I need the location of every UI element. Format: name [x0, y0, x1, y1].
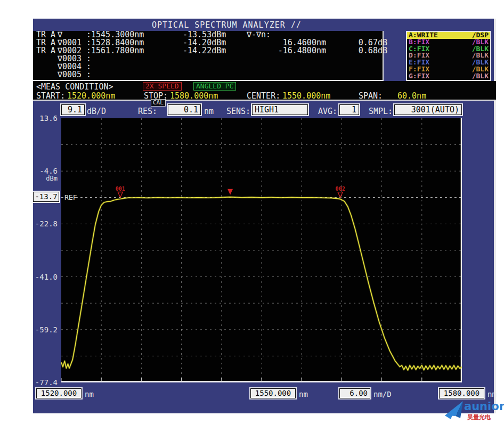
x-start-unit: nm — [85, 390, 94, 398]
active-marker-icon — [227, 189, 233, 195]
smpl-label: SMPL: — [369, 107, 393, 116]
res-label: RES: — [138, 107, 157, 116]
watermark-subtext: 昊量光电 — [467, 413, 491, 421]
y-tick-label: -22.8 — [35, 219, 58, 228]
trace-display-state: /BLK — [472, 73, 489, 80]
cal-badge: CAL — [151, 99, 166, 107]
title-bar: OPTICAL SPECTRUM ANALYZER // — [33, 19, 494, 31]
svg-text:001: 001 — [116, 186, 125, 192]
y-tick-label: 13.6 — [39, 114, 58, 123]
ref-line-label: REF — [64, 193, 77, 201]
resolution-field[interactable]: 0.1 — [168, 104, 201, 115]
svg-text:002: 002 — [336, 186, 345, 192]
speed-badge: 2X SPEED — [143, 82, 182, 91]
trace-mode-label: G:FIX — [409, 73, 429, 80]
marker-wavelength: :1561.7800nm — [86, 47, 144, 55]
marker-id: ∇0005 — [58, 71, 82, 79]
aunion-logo-icon — [444, 398, 464, 421]
level-scale-unit: dB/D — [87, 107, 106, 116]
line-marker-icon — [118, 192, 123, 198]
start-value[interactable]: 1520.000nm — [67, 91, 115, 101]
meas-condition-header: <MEAS CONDITION> — [36, 82, 113, 92]
angled-pc-badge: ANGLED PC — [193, 82, 236, 91]
y-axis-labels: 13.6-4.6dBm-22.8-41.0-59.2-77.4 — [33, 118, 59, 382]
marker-wavelength: : — [86, 71, 91, 79]
x-scale-row: 1520.000 nm 1550.000 nm 6.00 nm/D 1580.0… — [33, 388, 496, 399]
settings-row: 9.1 dB/D CAL RES: 0.1 nm SENS: HIGH1 AVG… — [33, 101, 496, 118]
trace-id: TR A — [36, 47, 55, 55]
marker-level: -14.22dBm — [183, 47, 226, 55]
x-center-field[interactable]: 1550.000 — [250, 388, 296, 398]
meas-condition-bar: <MEAS CONDITION> 2X SPEED ANGLED PC STAR… — [33, 81, 496, 101]
x-stop-field[interactable]: 1580.000 — [439, 388, 484, 398]
y-tick-label: -41.0 — [35, 273, 58, 281]
y-tick-label: -4.6 — [39, 167, 58, 175]
marker-readout-row: ∇0005 : — [33, 71, 383, 79]
y-tick-label: -77.4 — [35, 378, 58, 387]
marker-readout-panel: TR A ∇ :1545.3000nm -13.53dBm ∇-∇n: TR A… — [33, 31, 384, 81]
sensitivity-field[interactable]: HIGH1 — [252, 104, 308, 115]
center-value[interactable]: 1550.000nm — [282, 91, 330, 101]
marker-readout-row: TR A ∇0002 :1561.7800nm -14.22dBm -16.48… — [33, 47, 383, 55]
spectrum-plot-canvas: 001002 — [61, 118, 462, 382]
x-per-div-field[interactable]: 6.00 — [339, 388, 370, 398]
avg-label: AVG: — [318, 107, 337, 116]
watermark-name: aunion — [464, 400, 504, 413]
marker-readout-row: ∇0003 : — [33, 55, 383, 63]
trace-status-panel: A:WRITE /DSP B:FIX /BLK C:FIX /BLK D:FIX… — [406, 31, 491, 81]
delta-db: 0.68dB — [341, 47, 387, 55]
spectrum-plot: 001002 REF — [61, 118, 462, 382]
y-tick-label: -59.2 — [35, 325, 58, 334]
delta-header: ∇-∇n: — [247, 31, 271, 39]
center-label: CENTER: — [247, 91, 280, 101]
marker-readout-row: ∇0004 : — [33, 63, 383, 71]
page-title: OPTICAL SPECTRUM ANALYZER // — [152, 20, 302, 30]
line-marker-icon — [338, 192, 343, 198]
osa-screenshot-page: OPTICAL SPECTRUM ANALYZER // TR A ∇ :154… — [0, 0, 504, 424]
average-field[interactable]: 1 — [339, 104, 359, 115]
level-scale-field[interactable]: 9.1 — [61, 104, 85, 115]
osa-screen: OPTICAL SPECTRUM ANALYZER // TR A ∇ :154… — [33, 19, 496, 413]
vendor-watermark: aunion 昊量光电 — [444, 398, 504, 424]
x-stop-unit: nm — [487, 390, 497, 398]
sampling-field[interactable]: 3001(AUTO) — [394, 104, 462, 115]
x-center-unit: nm — [299, 390, 308, 398]
x-start-field[interactable]: 1520.000 — [36, 388, 82, 398]
y-axis-unit: dBm — [46, 175, 58, 182]
delta-offset: -16.4800nm — [273, 47, 326, 55]
res-unit: nm — [204, 107, 214, 116]
sens-label: SENS: — [226, 107, 250, 116]
span-label: SPAN: — [359, 91, 383, 101]
ref-level-field[interactable]: -13.7 — [33, 192, 59, 202]
span-value[interactable]: 60.0nm — [397, 91, 426, 101]
x-per-div-unit: nm/D — [373, 390, 392, 398]
trace-status-g[interactable]: G:FIX /BLK — [407, 73, 490, 80]
stop-value[interactable]: 1580.000nm — [170, 91, 218, 101]
start-label: START: — [36, 91, 65, 101]
